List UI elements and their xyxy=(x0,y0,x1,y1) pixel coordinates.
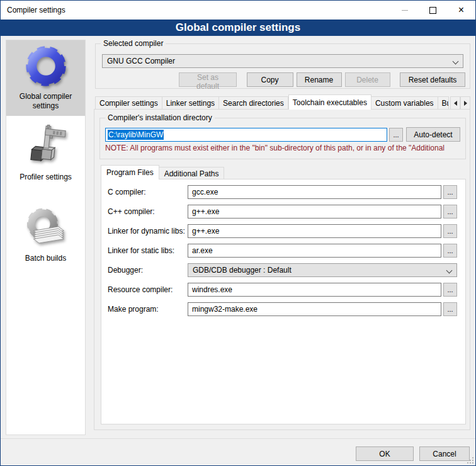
make-program-browse-button[interactable]: ... xyxy=(443,302,457,316)
subtab-additional-paths[interactable]: Additional Paths xyxy=(159,167,225,179)
sidebar-item-label: Profiler settings xyxy=(8,173,84,182)
close-icon: × xyxy=(458,5,464,15)
field-row-cpp-compiler: C++ compiler: ... xyxy=(108,205,457,219)
field-row-make-program: Make program: ... xyxy=(108,302,457,316)
toolchain-executables-panel: Compiler's installation directory C:\ray… xyxy=(94,109,470,430)
minimize-button[interactable] xyxy=(390,1,419,20)
debugger-select[interactable]: GDB/CDB debugger : Default xyxy=(188,263,457,277)
field-row-debugger: Debugger: GDB/CDB debugger : Default xyxy=(108,263,457,277)
left-arrow-icon xyxy=(454,101,457,106)
settings-category-sidebar: Global compiler settings xyxy=(6,40,86,435)
footer-divider xyxy=(1,438,475,439)
cpp-compiler-browse-button[interactable]: ... xyxy=(443,205,457,219)
maximize-button[interactable] xyxy=(419,1,447,20)
make-program-label: Make program: xyxy=(108,305,188,314)
titlebar: Compiler settings × xyxy=(1,1,475,20)
page-title-banner: Global compiler settings xyxy=(1,20,475,36)
maximize-icon xyxy=(429,7,436,14)
gray-gear-papers-icon xyxy=(24,206,68,250)
tab-scroll-left-button[interactable] xyxy=(450,96,460,110)
field-row-static-linker: Linker for static libs: ... xyxy=(108,244,457,258)
compiler-select[interactable]: GNU GCC Compiler xyxy=(102,54,463,68)
c-compiler-label: C compiler: xyxy=(108,188,188,196)
tab-scroll-right-button[interactable] xyxy=(460,96,470,110)
resource-compiler-label: Resource compiler: xyxy=(108,285,188,294)
installation-directory-value: C:\raylib\MinGW xyxy=(108,130,164,140)
installation-directory-note: NOTE: All programs must exist either in … xyxy=(105,144,460,152)
tab-linker-settings[interactable]: Linker settings xyxy=(162,96,219,110)
dynamic-linker-label: Linker for dynamic libs: xyxy=(108,227,188,236)
resource-compiler-browse-button[interactable]: ... xyxy=(443,283,457,297)
resize-grip[interactable] xyxy=(466,456,473,463)
c-compiler-browse-button[interactable]: ... xyxy=(443,185,457,199)
sidebar-item-global-compiler-settings[interactable]: Global compiler settings xyxy=(6,40,85,116)
cpp-compiler-label: C++ compiler: xyxy=(108,207,188,216)
minimize-icon xyxy=(402,10,408,11)
field-row-c-compiler: C compiler: ... xyxy=(108,185,457,199)
static-linker-input[interactable] xyxy=(188,244,441,258)
sidebar-item-batch-builds[interactable]: Batch builds xyxy=(6,202,85,268)
compiler-select-value: GNU GCC Compiler xyxy=(107,57,175,65)
debugger-label: Debugger: xyxy=(108,266,188,275)
blue-gear-icon xyxy=(24,44,68,88)
installation-directory-group: Compiler's installation directory C:\ray… xyxy=(99,118,466,159)
static-linker-browse-button[interactable]: ... xyxy=(443,244,457,258)
sidebar-item-label: Global compiler settings xyxy=(8,92,84,111)
program-subtabs: Program Files Additional Paths xyxy=(101,165,224,179)
dynamic-linker-input[interactable] xyxy=(188,224,441,238)
compiler-settings-window: Compiler settings × Global compiler sett… xyxy=(0,0,476,466)
cancel-button[interactable]: Cancel xyxy=(419,446,470,461)
dialog-body: Global compiler settings xyxy=(1,36,475,465)
subtab-program-files[interactable]: Program Files xyxy=(101,165,159,179)
selected-compiler-group: Selected compiler GNU GCC Compiler Set a… xyxy=(95,43,470,89)
chevron-down-icon xyxy=(453,59,459,65)
sidebar-item-label: Batch builds xyxy=(8,254,84,263)
window-controls: × xyxy=(390,1,475,20)
window-title: Compiler settings xyxy=(7,1,65,20)
tab-custom-variables[interactable]: Custom variables xyxy=(371,96,438,110)
program-files-panel: C compiler: ... C++ compiler: ... Linker… xyxy=(101,179,466,424)
dynamic-linker-browse-button[interactable]: ... xyxy=(443,224,457,238)
close-button[interactable]: × xyxy=(447,1,475,20)
delete-button[interactable]: Delete xyxy=(345,72,390,87)
compiler-tabs: Compiler settings Linker settings Search… xyxy=(95,94,470,110)
compiler-actions: Set as default Copy Rename Delete Reset … xyxy=(96,72,470,87)
dialog-buttons: OK Cancel xyxy=(356,446,470,461)
field-row-resource-compiler: Resource compiler: ... xyxy=(108,283,457,297)
tab-search-directories[interactable]: Search directories xyxy=(219,96,288,110)
caliper-icon xyxy=(24,125,68,169)
reset-defaults-button[interactable]: Reset defaults xyxy=(400,72,465,87)
selected-compiler-group-label: Selected compiler xyxy=(101,39,166,48)
installation-directory-input[interactable]: C:\raylib\MinGW xyxy=(105,128,387,142)
rename-button[interactable]: Rename xyxy=(297,72,342,87)
debugger-select-value: GDB/CDB debugger : Default xyxy=(193,266,292,275)
tab-compiler-settings[interactable]: Compiler settings xyxy=(95,96,162,110)
field-row-dynamic-linker: Linker for dynamic libs: ... xyxy=(108,224,457,238)
resource-compiler-input[interactable] xyxy=(188,283,441,297)
cpp-compiler-input[interactable] xyxy=(188,205,441,219)
sidebar-item-profiler-settings[interactable]: Profiler settings xyxy=(6,121,85,187)
ok-button[interactable]: OK xyxy=(356,446,414,461)
tab-toolchain-executables[interactable]: Toolchain executables xyxy=(288,94,371,110)
right-arrow-icon xyxy=(464,101,467,106)
chevron-down-icon xyxy=(446,268,453,274)
tab-build-options[interactable]: Build options xyxy=(438,96,449,110)
c-compiler-input[interactable] xyxy=(188,185,441,199)
make-program-input[interactable] xyxy=(188,302,441,316)
installation-directory-browse-button[interactable]: ... xyxy=(389,128,403,142)
tab-scroll-arrows xyxy=(450,96,470,110)
static-linker-label: Linker for static libs: xyxy=(108,246,188,255)
installation-directory-group-label: Compiler's installation directory xyxy=(105,113,215,122)
auto-detect-button[interactable]: Auto-detect xyxy=(406,127,460,142)
copy-button[interactable]: Copy xyxy=(247,72,293,87)
page-title: Global compiler settings xyxy=(176,21,300,34)
set-as-default-button[interactable]: Set as default xyxy=(179,72,237,87)
